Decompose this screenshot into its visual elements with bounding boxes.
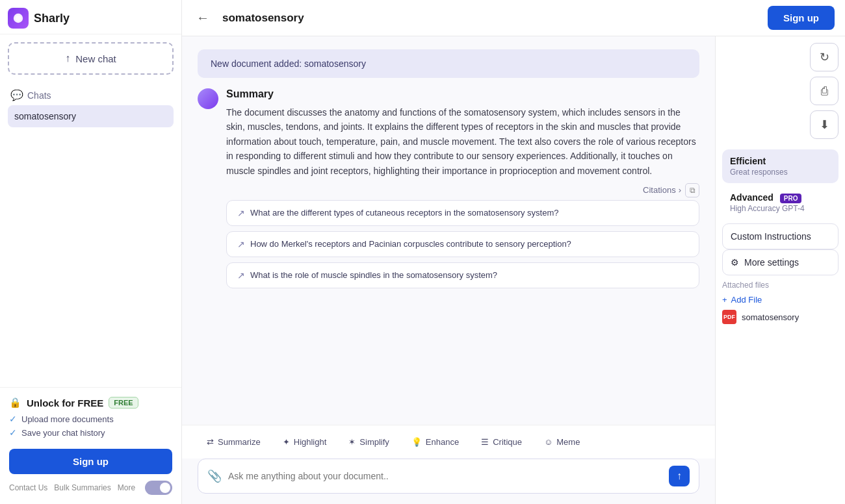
copy-icon: ⧉ [690, 186, 696, 195]
attached-file-item: PDF somatosensory [722, 310, 838, 324]
share-button[interactable]: ⎙ [810, 77, 838, 105]
share-icon: ⎙ [821, 84, 828, 98]
ai-message: Summary The document discusses the anato… [198, 88, 699, 288]
unlock-title: 🔒 Unlock for FREE FREE [9, 397, 172, 409]
chats-section: 💬 Chats somatosensory [0, 82, 181, 132]
more-settings-button[interactable]: ⚙ More settings [722, 249, 838, 275]
ai-avatar [198, 88, 218, 109]
theme-toggle-knob [160, 483, 170, 493]
citations-button[interactable]: Citations › [643, 185, 681, 195]
contact-us-link[interactable]: Contact Us [9, 483, 47, 492]
send-icon: ↑ [677, 470, 682, 482]
download-icon: ⬇ [820, 118, 829, 132]
chat-input[interactable] [228, 471, 662, 481]
summarize-button[interactable]: ⇄ Summarize [198, 432, 270, 452]
suggestion-item-0[interactable]: ↗ What are the different types of cutane… [226, 200, 699, 226]
refresh-button[interactable]: ↻ [810, 43, 838, 71]
new-chat-label: New chat [75, 53, 116, 64]
upload-icon: ↑ [65, 53, 70, 64]
send-button[interactable]: ↑ [669, 466, 690, 486]
attached-files: Attached files + Add File PDF somatosens… [722, 281, 838, 324]
icon-group: ↻ ⎙ ⬇ [722, 43, 838, 145]
chat-area: New document added: somatosensory Summar… [182, 36, 715, 504]
svg-point-1 [16, 16, 21, 21]
input-box: 📎 ↑ [198, 459, 699, 494]
citations-row: Citations › ⧉ [226, 183, 699, 197]
topbar: ← somatosensory Sign up [182, 0, 845, 36]
app-logo [8, 8, 29, 29]
meme-icon: ☺ [544, 437, 552, 447]
app-name: Sharly [34, 12, 70, 25]
sidebar-signup-button[interactable]: Sign up [9, 449, 172, 474]
document-title: somatosensory [222, 12, 304, 25]
new-chat-button[interactable]: ↑ New chat [8, 42, 174, 75]
pro-badge: PRO [780, 194, 802, 203]
arrow-icon-1: ↗ [237, 239, 245, 249]
right-panel: ↻ ⎙ ⬇ Efficient Great responses [715, 36, 845, 504]
check-icon: ✓ [9, 414, 17, 424]
ai-content: Summary The document discusses the anato… [226, 88, 699, 288]
summary-text: The document discusses the anatomy and f… [226, 105, 699, 178]
input-area: 📎 ↑ [182, 459, 715, 504]
content-area: New document added: somatosensory Summar… [182, 36, 845, 504]
summarize-icon: ⇄ [207, 437, 214, 447]
footer-links: Contact Us Bulk Summaries More [9, 481, 172, 495]
highlight-icon: ✦ [283, 437, 290, 447]
mode-efficient[interactable]: Efficient Great responses [722, 149, 838, 183]
unlock-item-docs: ✓ Upload more documents [9, 414, 172, 424]
critique-button[interactable]: ☰ Critique [472, 432, 531, 452]
chevron-right-icon: › [679, 185, 681, 195]
bulk-summaries-link[interactable]: Bulk Summaries [54, 483, 110, 492]
suggestion-item-2[interactable]: ↗ What is the role of muscle spindles in… [226, 262, 699, 288]
unlock-box: 🔒 Unlock for FREE FREE ✓ Upload more doc… [9, 397, 172, 474]
highlight-button[interactable]: ✦ Highlight [274, 432, 336, 452]
pdf-icon: PDF [722, 310, 736, 324]
gear-icon: ⚙ [731, 257, 739, 268]
mode-options: Efficient Great responses Advanced PRO H… [722, 149, 838, 220]
summary-title: Summary [226, 88, 699, 100]
custom-instructions-button[interactable]: Custom Instructions [722, 223, 838, 249]
enhance-icon: 💡 [411, 437, 422, 447]
attach-icon: 📎 [207, 470, 222, 483]
attach-button[interactable]: 📎 [207, 469, 222, 483]
main-area: ← somatosensory Sign up New document add… [182, 0, 845, 504]
simplify-button[interactable]: ✶ Simplify [339, 432, 398, 452]
more-link[interactable]: More [118, 483, 135, 492]
right-content: Efficient Great responses Advanced PRO H… [722, 149, 838, 324]
lock-icon: 🔒 [9, 397, 21, 409]
chat-icon: 💬 [10, 89, 23, 101]
meme-button[interactable]: ☺ Meme [535, 432, 589, 452]
topbar-right: Sign up [768, 6, 835, 30]
simplify-icon: ✶ [348, 437, 356, 447]
messages: New document added: somatosensory Summar… [182, 36, 715, 425]
mode-advanced[interactable]: Advanced PRO High Accuracy GPT-4 [722, 186, 838, 220]
chats-label: 💬 Chats [8, 85, 174, 105]
theme-toggle[interactable] [145, 481, 172, 495]
attached-files-title: Attached files [722, 281, 838, 290]
signup-button[interactable]: Sign up [768, 6, 835, 30]
enhance-button[interactable]: 💡 Enhance [402, 432, 468, 452]
suggestions: ↗ What are the different types of cutane… [226, 200, 699, 288]
plus-icon: + [722, 295, 727, 305]
unlock-item-history: ✓ Save your chat history [9, 427, 172, 438]
refresh-icon: ↻ [820, 50, 829, 64]
critique-icon: ☰ [481, 437, 489, 447]
download-button[interactable]: ⬇ [810, 110, 838, 139]
free-badge: FREE [109, 397, 138, 409]
chat-item-somatosensory[interactable]: somatosensory [8, 105, 174, 127]
arrow-icon-0: ↗ [237, 208, 245, 218]
copy-button[interactable]: ⧉ [685, 183, 699, 197]
sidebar: Sharly ↑ New chat 💬 Chats somatosensory … [0, 0, 182, 504]
check-icon-2: ✓ [9, 427, 17, 438]
sidebar-header: Sharly [0, 0, 181, 34]
back-button[interactable]: ← [192, 8, 213, 28]
add-file-button[interactable]: + Add File [722, 295, 762, 305]
arrow-icon-2: ↗ [237, 270, 245, 281]
toolbar: ⇄ Summarize ✦ Highlight ✶ Simplify 💡 Enh… [182, 425, 715, 459]
suggestion-item-1[interactable]: ↗ How do Merkel's receptors and Pacinian… [226, 231, 699, 257]
sidebar-bottom: 🔒 Unlock for FREE FREE ✓ Upload more doc… [0, 387, 181, 504]
document-added-message: New document added: somatosensory [198, 49, 699, 78]
